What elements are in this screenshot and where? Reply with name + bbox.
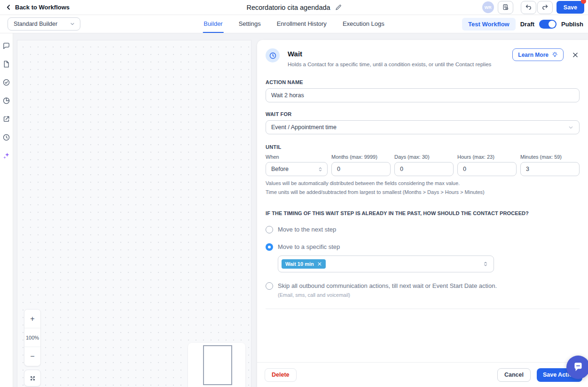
minutes-field: Minutes (max: 59) (520, 154, 580, 176)
ai-assistant-button[interactable] (2, 151, 11, 160)
avatar-initials: WR (485, 5, 492, 10)
action-name-input[interactable] (266, 88, 580, 102)
notes-button[interactable] (2, 60, 11, 68)
days-label: Days (max: 30) (394, 154, 454, 160)
lightbulb-icon (552, 52, 558, 58)
goals-button[interactable] (2, 78, 11, 86)
when-select[interactable]: Before (266, 162, 328, 176)
minimap-viewport[interactable] (203, 345, 232, 385)
save-button[interactable]: Save (557, 1, 584, 14)
chevron-down-icon (568, 124, 574, 131)
panel-title: Wait (288, 50, 491, 58)
external-link-icon (2, 115, 10, 123)
radio-unselected[interactable] (266, 226, 273, 233)
until-helper-1: Values will be automatically distributed… (266, 180, 580, 186)
file-icon (2, 60, 10, 68)
panel-footer: Delete Cancel Save Action (257, 362, 588, 387)
redo-button[interactable] (537, 1, 553, 14)
wait-for-select[interactable]: Event / Appointment time (266, 120, 580, 134)
action-name-group: ACTION NAME (266, 79, 580, 102)
fullscreen-button[interactable] (24, 370, 41, 387)
specific-step-select[interactable]: Wait 10 min (278, 255, 494, 272)
panel-header: Wait Holds a Contact for a specific time… (266, 48, 580, 67)
back-to-workflows-button[interactable]: Back to Workflows (6, 4, 70, 11)
stepper-icon (317, 166, 323, 172)
learn-more-button[interactable]: Learn More (512, 48, 564, 61)
radio-unselected[interactable] (266, 282, 273, 290)
undo-icon (525, 4, 532, 11)
canvas-minimap[interactable] (188, 343, 245, 387)
undo-button[interactable] (521, 1, 536, 14)
header-actions: WR Save (482, 1, 584, 14)
tab-enrollment-history[interactable]: Enrollment History (276, 15, 328, 33)
builder-mode-select[interactable]: Standard Builder (8, 17, 80, 31)
option-skip-outbound[interactable]: Skip all outbound communication actions,… (266, 282, 580, 298)
option-move-specific-step[interactable]: Move to a specific step Wait 10 min (266, 243, 580, 272)
remove-chip-icon[interactable] (317, 262, 322, 266)
wait-for-label: WAIT FOR (266, 111, 580, 117)
hours-field: Hours (max: 23) (457, 154, 517, 176)
external-link-button[interactable] (2, 115, 11, 123)
avatar[interactable]: WR (482, 1, 494, 13)
chip-label: Wait 10 min (285, 261, 314, 267)
workflow-title: Recordatorio cita agendada (246, 4, 330, 11)
close-panel-button[interactable] (571, 51, 580, 59)
top-header: Back to Workflows Recordatorio cita agen… (0, 0, 588, 15)
chat-widget-button[interactable] (566, 356, 588, 379)
builder-mode-value: Standard Builder (14, 21, 57, 27)
close-icon (572, 52, 579, 58)
edit-title-icon[interactable] (335, 4, 342, 11)
comment-icon (2, 42, 10, 50)
history-button[interactable] (2, 133, 11, 141)
delete-button[interactable]: Delete (265, 368, 297, 382)
action-name-label: ACTION NAME (266, 79, 580, 85)
workflow-versions-button[interactable] (498, 1, 513, 14)
tab-execution-logs[interactable]: Execution Logs (342, 15, 385, 33)
months-field: Months (max: 9999) (331, 154, 391, 176)
app-root: Back to Workflows Recordatorio cita agen… (0, 0, 588, 387)
history-clock-icon (2, 133, 10, 141)
clock-icon (269, 52, 277, 60)
minutes-input[interactable] (520, 162, 580, 176)
save-label: Save (564, 4, 577, 11)
panel-titles: Wait Holds a Contact for a specific time… (288, 48, 491, 67)
workflow-canvas[interactable]: + 100% − (17, 40, 251, 387)
document-history-icon (502, 4, 509, 11)
days-input[interactable] (394, 162, 454, 176)
when-label: When (266, 154, 328, 160)
ai-sparkles-icon (2, 152, 10, 160)
notification-dot (581, 0, 586, 4)
wait-action-panel: Wait Holds a Contact for a specific time… (257, 40, 588, 387)
tab-builder[interactable]: Builder (203, 15, 223, 33)
toolbar-right: Test Workflow Draft Publish (462, 18, 583, 31)
panel-subtitle: Holds a Contact for a specific time, unt… (288, 62, 491, 67)
comments-button[interactable] (2, 41, 11, 50)
back-label: Back to Workflows (15, 4, 70, 11)
stats-button[interactable] (2, 96, 11, 105)
zoom-out-button[interactable]: − (24, 347, 40, 366)
panel-body: Wait Holds a Contact for a specific time… (257, 40, 588, 362)
left-icon-rail (0, 33, 13, 387)
fullscreen-icon (29, 375, 36, 382)
radio-selected[interactable] (266, 243, 273, 251)
hours-input[interactable] (457, 162, 517, 176)
publish-toggle[interactable] (539, 20, 557, 29)
past-timing-heading: IF THE TIMING OF THIS WAIT STEP IS ALREA… (266, 210, 580, 216)
learn-more-label: Learn More (518, 52, 549, 58)
option-skip-content: Skip all outbound communication actions,… (278, 282, 497, 298)
until-section: UNTIL When Before Months (max: 9999) (266, 144, 580, 195)
option-label: Skip all outbound communication actions,… (278, 282, 497, 290)
wait-for-value: Event / Appointment time (271, 124, 337, 131)
cancel-button[interactable]: Cancel (497, 368, 531, 382)
zoom-in-button[interactable]: + (24, 310, 40, 328)
toggle-knob (549, 21, 556, 28)
tab-settings[interactable]: Settings (238, 15, 262, 33)
option-move-next-step[interactable]: Move to the next step (266, 226, 580, 233)
days-field: Days (max: 30) (394, 154, 454, 176)
test-workflow-button[interactable]: Test Workflow (462, 18, 516, 31)
wait-action-icon-circle (266, 48, 280, 62)
check-circle-icon (2, 78, 10, 86)
section-divider (266, 309, 580, 309)
months-input[interactable] (331, 162, 391, 176)
chevron-left-icon (6, 4, 12, 10)
